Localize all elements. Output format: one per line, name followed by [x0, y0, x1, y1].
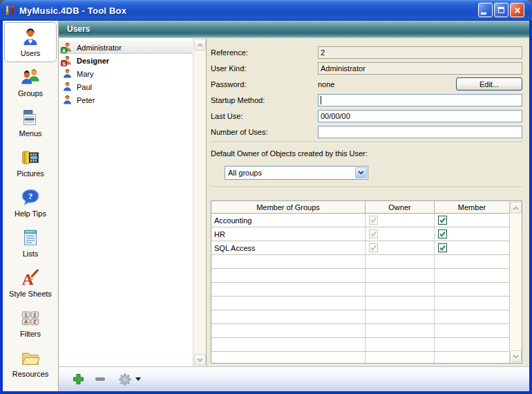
user-name: Mary: [77, 70, 93, 78]
plus-icon: [73, 373, 84, 385]
number-of-uses-label: Number of Uses:: [211, 128, 318, 136]
startup-method-label: Startup Method:: [211, 96, 318, 104]
user-list-item-administrator[interactable]: A Administrator: [59, 41, 192, 54]
sidebar-item-filters[interactable]: 1 2 A Z Filters: [4, 303, 57, 343]
sidebar-item-menus[interactable]: Menus: [4, 102, 57, 142]
group-name-cell: HR: [211, 227, 365, 241]
column-header-owner[interactable]: Owner: [365, 201, 435, 213]
member-checkbox[interactable]: [438, 216, 447, 225]
user-name: Peter: [77, 96, 95, 104]
table-row-hr[interactable]: HR: [211, 227, 509, 241]
number-of-uses-input[interactable]: [318, 126, 522, 138]
password-label: Password:: [211, 80, 318, 88]
maximize-button[interactable]: [494, 3, 509, 17]
password-row: Password: none Edit...: [211, 76, 522, 92]
sidebar-label: Lists: [23, 250, 39, 258]
sidebar-label: Resources: [12, 370, 49, 378]
designer-badge: S: [61, 60, 67, 66]
table-row-sql-access[interactable]: SQL Access: [211, 241, 509, 255]
close-button[interactable]: [510, 3, 524, 17]
user-name: Designer: [77, 57, 109, 65]
empty-table-row: [211, 297, 509, 310]
minus-icon: [95, 377, 105, 381]
svg-text:A: A: [24, 319, 28, 325]
user-detail-panel: Reference: 2 User Kind: Administrator Pa…: [207, 38, 529, 366]
startup-method-input[interactable]: [318, 94, 522, 106]
gear-icon: [119, 373, 131, 386]
sidebar-item-lists[interactable]: Lists: [4, 223, 57, 263]
toolbox-window: MyMusic.4DB - Tool Box User: [0, 0, 532, 394]
scroll-down-button[interactable]: [194, 354, 206, 366]
scroll-up-button[interactable]: [510, 202, 522, 214]
number-of-uses-row: Number of Uses:: [211, 124, 522, 140]
designer-user-icon: S: [62, 55, 73, 66]
user-kind-field: Administrator: [318, 62, 522, 75]
svg-text:2: 2: [33, 312, 36, 318]
reference-row: Reference: 2: [211, 44, 522, 60]
sidebar-label: Menus: [19, 129, 41, 138]
user-kind-label: User Kind:: [211, 64, 318, 73]
sidebar-item-groups[interactable]: Groups: [4, 62, 57, 102]
table-row-accounting[interactable]: Accounting: [211, 214, 509, 227]
sidebar-item-resources[interactable]: Resources: [4, 343, 57, 383]
column-header-groups[interactable]: Member of Groups: [211, 201, 365, 213]
group-name-cell: SQL Access: [211, 241, 365, 254]
sidebar-label: Help Tips: [15, 209, 46, 218]
menu-arrow-icon: [135, 377, 141, 381]
help-bubble-icon: ?: [20, 187, 41, 208]
edit-password-button[interactable]: Edit...: [456, 77, 522, 91]
scroll-up-button[interactable]: [194, 39, 206, 50]
reference-field: 2: [318, 46, 522, 59]
password-value: none: [318, 80, 456, 88]
sidebar-item-style-sheets[interactable]: A Style Sheets: [4, 263, 57, 303]
owner-checkbox-disabled: [369, 229, 378, 238]
administrator-user-icon: A: [62, 42, 73, 53]
empty-table-row: [211, 283, 509, 297]
member-checkbox[interactable]: [438, 243, 447, 252]
paintbrush-a-icon: A: [20, 268, 41, 288]
user-list-item-mary[interactable]: Mary: [59, 67, 192, 80]
table-header: Member of Groups Owner Member: [211, 201, 509, 214]
scroll-down-button[interactable]: [510, 350, 522, 362]
member-checkbox[interactable]: [438, 229, 447, 238]
minimize-button[interactable]: [478, 3, 493, 17]
sidebar-label: Users: [21, 49, 41, 57]
user-list-item-paul[interactable]: Paul: [59, 80, 192, 93]
sidebar-item-users[interactable]: Users: [4, 22, 57, 62]
check-icon: [439, 244, 446, 252]
user-icon: [62, 68, 73, 79]
settings-menu-arrow-button[interactable]: [133, 370, 143, 388]
page-title: Users: [59, 21, 529, 38]
svg-text:1: 1: [25, 312, 28, 318]
default-owner-label: Default Owner of Objects created by this…: [211, 149, 522, 158]
maximize-icon: [498, 7, 504, 13]
empty-table-row: [211, 338, 509, 352]
sidebar-item-pictures[interactable]: Pictures: [4, 142, 57, 182]
settings-button[interactable]: [117, 370, 133, 388]
user-list-item-designer[interactable]: S Designer: [59, 54, 192, 67]
empty-table-row: [211, 310, 509, 324]
titlebar[interactable]: MyMusic.4DB - Tool Box: [0, 0, 532, 21]
user-name: Paul: [77, 83, 92, 91]
member-of-groups-table: Member of Groups Owner Member Accounting…: [211, 200, 522, 364]
combo-drop-button[interactable]: [355, 167, 367, 178]
add-user-button[interactable]: [70, 370, 86, 388]
startup-method-row: Startup Method:: [211, 92, 522, 108]
groups-icon: [20, 67, 41, 88]
last-use-input[interactable]: 00/00/00: [318, 110, 522, 122]
sidebar-item-help-tips[interactable]: ? Help Tips: [4, 182, 57, 223]
delete-user-button[interactable]: [92, 370, 108, 388]
default-owner-select[interactable]: All groups: [225, 166, 368, 180]
sidebar: Users Groups: [3, 21, 59, 391]
folder-icon: [20, 348, 41, 368]
divider: [211, 142, 522, 143]
user-list-item-peter[interactable]: Peter: [59, 93, 192, 106]
empty-table-row: [211, 269, 509, 283]
user-list-scrollbar[interactable]: [193, 38, 206, 366]
divider: [211, 187, 522, 188]
table-scrollbar[interactable]: [509, 201, 522, 363]
last-use-label: Last Use:: [211, 112, 318, 120]
user-icon: [20, 27, 41, 48]
column-header-member[interactable]: Member: [435, 201, 509, 213]
chevron-down-icon: [197, 358, 203, 362]
